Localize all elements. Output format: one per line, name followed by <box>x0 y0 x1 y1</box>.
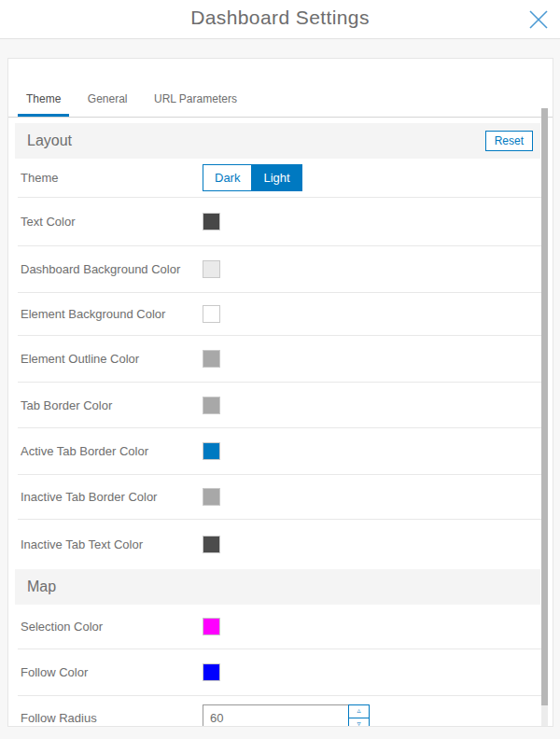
row-theme: Theme Dark Light <box>18 159 543 198</box>
close-button[interactable] <box>527 8 550 31</box>
theme-toggle: Dark Light <box>203 164 302 191</box>
row-element-background-color: Element Background Color <box>18 293 543 336</box>
dashboard-background-color-swatch[interactable] <box>203 260 220 278</box>
row-label: Theme <box>21 171 203 185</box>
row-label: Follow Radius <box>21 711 203 725</box>
follow-radius-field: ▵ ▿ <box>203 704 370 728</box>
row-active-tab-border-color: Active Tab Border Color <box>18 428 543 475</box>
reset-button[interactable]: Reset <box>485 131 533 151</box>
row-follow-color: Follow Color <box>18 649 543 696</box>
follow-radius-input[interactable] <box>203 704 349 728</box>
theme-light-button[interactable]: Light <box>251 164 301 191</box>
inactive-tab-text-color-swatch[interactable] <box>203 536 220 553</box>
close-icon <box>527 20 550 34</box>
section-header-layout: Layout Reset <box>15 123 540 159</box>
theme-dark-button[interactable]: Dark <box>203 164 252 191</box>
follow-color-swatch[interactable] <box>203 663 220 681</box>
row-follow-radius: Follow Radius ▵ ▿ <box>18 696 543 727</box>
tab-url-parameters[interactable]: URL Parameters <box>146 92 245 117</box>
section-title: Layout <box>27 132 485 149</box>
element-background-color-swatch[interactable] <box>203 305 220 323</box>
stepper-down-button[interactable]: ▿ <box>349 718 369 728</box>
follow-radius-stepper: ▵ ▿ <box>348 704 370 728</box>
element-outline-color-swatch[interactable] <box>203 350 220 368</box>
row-tab-border-color: Tab Border Color <box>18 383 543 428</box>
row-inactive-tab-border-color: Inactive Tab Border Color <box>18 475 543 520</box>
row-label: Inactive Tab Text Color <box>21 537 203 551</box>
section-header-map: Map <box>15 569 540 605</box>
row-label: Tab Border Color <box>21 398 203 412</box>
row-label: Element Outline Color <box>21 352 203 366</box>
spinner-down-icon: ▿ <box>357 720 360 727</box>
tab-general[interactable]: General <box>79 92 136 117</box>
row-dashboard-background-color: Dashboard Background Color <box>18 246 543 293</box>
row-label: Dashboard Background Color <box>21 262 203 276</box>
row-label: Element Background Color <box>21 307 203 321</box>
text-color-swatch[interactable] <box>203 213 220 230</box>
scrollbar-thumb[interactable] <box>541 108 548 705</box>
tab-theme[interactable]: Theme <box>18 92 69 117</box>
scrollbar-track[interactable] <box>541 108 548 726</box>
active-tab-border-color-swatch[interactable] <box>203 442 220 460</box>
page-title: Dashboard Settings <box>0 7 560 29</box>
row-label: Selection Color <box>21 620 203 634</box>
stepper-up-button[interactable]: ▵ <box>349 705 369 718</box>
tab-bar: Theme General URL Parameters <box>8 59 553 118</box>
settings-panel: Theme General URL Parameters Layout Rese… <box>7 58 553 727</box>
tab-border-color-swatch[interactable] <box>203 397 220 414</box>
row-label: Inactive Tab Border Color <box>21 490 203 504</box>
dialog-header: Dashboard Settings <box>0 0 560 39</box>
selection-color-swatch[interactable] <box>203 618 220 635</box>
row-inactive-tab-text-color: Inactive Tab Text Color <box>18 520 543 569</box>
row-text-color: Text Color <box>18 198 543 246</box>
inactive-tab-border-color-swatch[interactable] <box>203 488 220 506</box>
spinner-up-icon: ▵ <box>357 707 360 715</box>
section-title: Map <box>27 579 533 595</box>
row-label: Follow Color <box>21 665 203 679</box>
row-label: Active Tab Border Color <box>21 444 203 458</box>
row-label: Text Color <box>21 215 203 229</box>
row-selection-color: Selection Color <box>18 605 543 649</box>
row-element-outline-color: Element Outline Color <box>18 336 543 383</box>
